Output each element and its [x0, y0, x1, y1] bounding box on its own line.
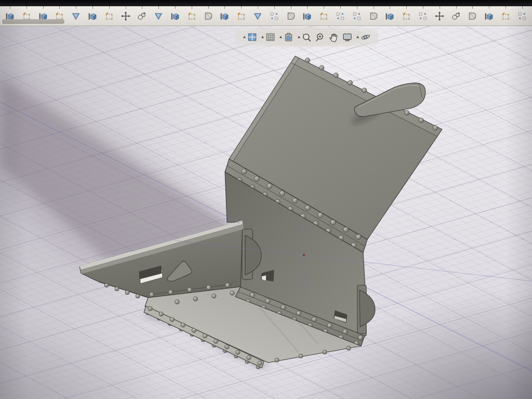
dropdown-arrow-icon — [356, 35, 360, 39]
taper-tool-icon[interactable] — [252, 10, 263, 22]
dropdown-arrow-icon — [261, 35, 264, 39]
rivet — [254, 176, 259, 181]
sketch-rectangle-icon[interactable] — [401, 10, 412, 22]
zoom-window-icon[interactable] — [297, 32, 312, 42]
insert-part-icon[interactable] — [169, 10, 181, 22]
dropdown-arrow-icon — [297, 35, 301, 39]
taper-tool-icon[interactable] — [70, 10, 82, 22]
rivet — [247, 355, 251, 360]
viewport-canvas[interactable] — [0, 26, 532, 399]
rivet — [265, 299, 270, 303]
rivet — [320, 65, 324, 70]
fillet-surface-tool-icon[interactable] — [368, 10, 379, 22]
rivet — [305, 58, 310, 62]
photographed-screen — [0, 0, 532, 399]
rivet — [168, 290, 173, 295]
rivet — [327, 323, 332, 328]
rivet — [275, 358, 279, 362]
insert-part-icon[interactable] — [219, 10, 230, 22]
fillet-surface-tool-icon[interactable] — [467, 10, 478, 22]
snap-grid-tool-icon[interactable] — [269, 10, 280, 22]
insert-part-icon[interactable] — [483, 10, 495, 22]
rivet — [203, 334, 207, 338]
rivet — [193, 297, 197, 301]
rivet — [292, 198, 298, 203]
mouse-select-tool-icon[interactable] — [136, 10, 148, 22]
sketch-rectangle-icon[interactable] — [103, 10, 115, 22]
orbit-rotate-icon[interactable] — [356, 32, 370, 42]
dropdown-arrow-icon — [243, 35, 246, 39]
insert-part-icon[interactable] — [87, 10, 98, 22]
rivet — [150, 292, 154, 297]
rivet — [305, 205, 310, 210]
rivet — [347, 346, 351, 350]
rivet — [433, 125, 437, 130]
move-tool-icon[interactable] — [434, 10, 445, 22]
rivet — [280, 191, 285, 196]
rivet — [125, 290, 129, 295]
rivet — [323, 350, 327, 354]
rivet — [159, 312, 163, 316]
zoom-in-icon[interactable] — [315, 32, 325, 42]
mouse-select-tool-icon[interactable] — [450, 10, 462, 22]
fit-view-icon[interactable] — [342, 32, 352, 42]
monitor-bezel — [0, 0, 532, 6]
rivet — [192, 328, 196, 332]
viewport-layout-icon[interactable] — [243, 32, 257, 42]
sketch-rectangle-icon[interactable] — [235, 10, 247, 22]
fillet-surface-tool-icon[interactable] — [203, 10, 214, 22]
dropdown-arrow-icon — [279, 35, 283, 39]
pan-icon[interactable] — [329, 32, 339, 42]
rivet — [212, 294, 216, 298]
taper-tool-icon[interactable] — [153, 10, 164, 22]
rivet — [242, 169, 247, 174]
rivet — [214, 339, 218, 343]
fillet-surface-tool-icon[interactable] — [285, 10, 297, 22]
rivet — [318, 212, 323, 218]
rivet — [206, 285, 211, 290]
rivet — [405, 111, 409, 115]
rivet — [330, 220, 336, 225]
rivet — [343, 329, 348, 334]
rivet — [258, 361, 262, 365]
rivet — [225, 283, 230, 288]
rivet — [136, 294, 140, 298]
d-handle-right — [360, 290, 375, 327]
insert-part-icon[interactable] — [384, 10, 395, 22]
origin-point — [303, 254, 305, 257]
rivet — [104, 283, 109, 287]
grid-display-icon[interactable] — [261, 32, 275, 42]
rivet — [170, 317, 174, 322]
move-tool-icon[interactable] — [120, 10, 131, 22]
snap-grid-tool-icon[interactable] — [351, 10, 363, 22]
sketch-rectangle-icon[interactable] — [186, 10, 197, 22]
snap-grid-tool-icon[interactable] — [417, 10, 429, 22]
rivet — [188, 288, 192, 292]
insert-part-icon[interactable] — [301, 10, 313, 22]
rivet — [250, 292, 255, 297]
rivet — [181, 323, 185, 327]
rivet — [115, 287, 119, 291]
clipboard-paste-icon[interactable] — [279, 32, 294, 42]
view-toolbar — [235, 27, 378, 47]
rivet — [148, 307, 152, 311]
rivet — [236, 350, 240, 354]
rivet — [358, 335, 363, 340]
toolbar-scrollbar-thumb[interactable] — [2, 19, 64, 24]
rivet — [343, 227, 349, 232]
main-toolbar — [0, 6, 532, 26]
rivet — [312, 317, 316, 322]
rivet — [230, 291, 234, 295]
sketch-rectangle-icon[interactable] — [318, 10, 329, 22]
rivet — [299, 354, 303, 358]
rivet — [362, 88, 367, 92]
rivet — [225, 344, 229, 349]
rivet — [348, 81, 352, 85]
sketch-rectangle-icon[interactable] — [500, 10, 511, 22]
rivet — [267, 183, 272, 189]
snap-grid-tool-icon[interactable] — [516, 10, 528, 22]
snap-grid-tool-icon[interactable] — [335, 10, 346, 22]
rivet — [356, 234, 361, 240]
rivet — [296, 311, 301, 315]
rivet — [419, 118, 423, 123]
